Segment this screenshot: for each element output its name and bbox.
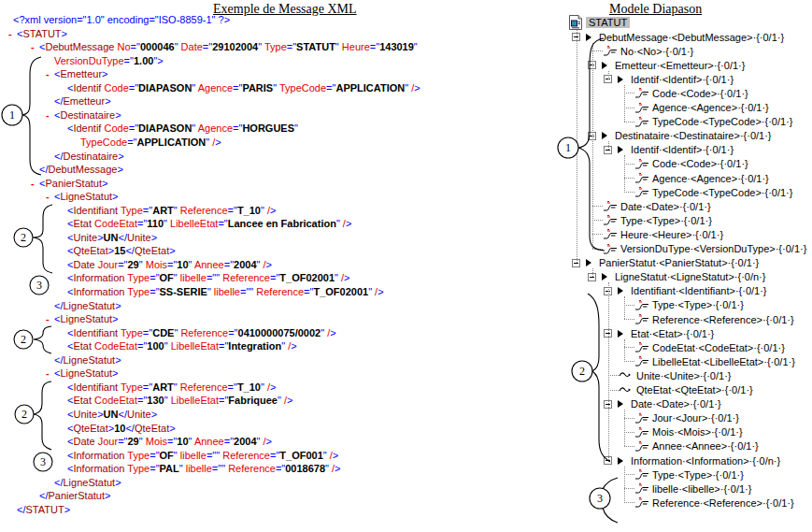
tree-node-Date[interactable]: Date·<Date>·{·0/1·}: [0, 199, 812, 213]
triangle-arrow-icon: [618, 146, 623, 153]
tree-node-label: Jour·<Jour>·{·0/1·}: [652, 412, 739, 424]
tree-node-Type[interactable]: Type·<Type>·{·0/1·}: [0, 213, 812, 227]
attribute-page-icon: [603, 228, 618, 242]
triangle-arrow-icon: [618, 400, 623, 408]
tree-connector-line: [592, 43, 593, 250]
attribute-page-icon: [603, 214, 618, 228]
tree-node-root[interactable]: STATUT: [0, 15, 812, 30]
diapason-model-tree: STATUTDebutMessage·<DebutMessage>·{·0/1·…: [0, 0, 812, 532]
tree-node-Annee[interactable]: Annee·<Annee>·{·0/1·}: [0, 439, 812, 453]
tree-node-QteEtat[interactable]: QteEtat·<QteEtat>·{·0/1·}: [0, 383, 812, 397]
tree-node-Identif[interactable]: Identif·<Identif>·{·0/1·}: [0, 143, 812, 157]
tree-connector-stub: [624, 488, 634, 489]
tree-node-TypeCode[interactable]: TypeCode·<TypeCode>·{·0/1·}: [0, 115, 812, 129]
tree-node-label: PanierStatut·<PanierStatut>·{·0/1·}: [599, 257, 759, 268]
tree-node-TypeCode[interactable]: TypeCode·<TypeCode>·{·0/1·}: [0, 185, 812, 199]
tree-node-Type[interactable]: Type·<Type>·{·0/1·}: [0, 467, 812, 482]
attribute-page-icon: [634, 313, 649, 327]
tree-connector-stub: [624, 446, 634, 447]
tree-node-label: Unite·<Unite>·{·0/1·}: [636, 370, 732, 381]
tree-node-label: QteEtat·<QteEtat>·{·0/1·}: [636, 384, 753, 395]
tree-node-Code[interactable]: Code·<Code>·{·0/1·}: [0, 86, 812, 100]
tree-node-label: Reference·<Reference>·{·0/1·}: [652, 314, 794, 325]
triangle-arrow-icon: [618, 76, 623, 83]
tree-node-No[interactable]: No·<No>·{·0/1·}: [0, 44, 812, 58]
tree-node-Type[interactable]: Type·<Type>·{·0/1·}: [0, 298, 812, 312]
tree-node-label: Identif·<Identif>·{·0/1·}: [631, 144, 734, 155]
tree-connector-stub: [624, 108, 634, 108]
tree-node-Identif[interactable]: Identif·<Identif>·{·0/1·}: [0, 72, 812, 86]
tree-node-Destinataire[interactable]: Destinataire·<Destinataire>·{·0/1·}: [0, 129, 812, 143]
tree-node-LigneStatut[interactable]: LigneStatut·<LigneStatut>·{·0/n·}: [0, 270, 812, 284]
tree-node-label: Type·<Type>·{·0/1·}: [620, 215, 712, 226]
tree-node-label: Date·<Date>·{·0/1·}: [631, 398, 721, 410]
tree-node-Agence[interactable]: Agence·<Agence>·{·0/1·}: [0, 171, 812, 185]
tree-node-Code[interactable]: Code·<Code>·{·0/1·}: [0, 157, 812, 171]
tree-node-label: Date·<Date>·{·0/1·}: [620, 201, 711, 212]
attribute-page-icon: [634, 482, 649, 496]
tree-node-Information[interactable]: Information·<Information>·{·0/n·}: [0, 453, 812, 467]
triangle-arrow-icon: [602, 62, 607, 69]
triangle-arrow-icon: [618, 287, 623, 295]
tree-node-label: DebutMessage·<DebutMessage>·{·0/1·}: [599, 32, 784, 43]
tree-node-label: Mois·<Mois>·{·0/1·}: [652, 426, 743, 438]
tree-connector-line: [624, 467, 625, 503]
tree-node-LibelleEtat[interactable]: LibelleEtat·<LibelleEtat>·{·0/1·}: [0, 354, 812, 368]
tree-node-Heure[interactable]: Heure·<Heure>·{·0/1·}: [0, 227, 812, 241]
tree-node-libelle[interactable]: libelle·<libelle>·{·0/1·}: [0, 482, 812, 496]
tree-node-Jour[interactable]: Jour·<Jour>·{·0/1·}: [0, 411, 812, 425]
tree-node-Emetteur[interactable]: Emetteur·<Emetteur>·{·0/1·}: [0, 58, 812, 72]
tree-node-label: TypeCode·<TypeCode>·{·0/1·}: [652, 116, 792, 127]
tree-node-Mois[interactable]: Mois·<Mois>·{·0/1·}: [0, 425, 812, 439]
tree-node-label: Destinataire·<Destinataire>·{·0/1·}: [615, 130, 772, 141]
triangle-arrow-icon: [602, 132, 607, 139]
attribute-page-icon: [634, 355, 649, 369]
tree-node-DebutMessage[interactable]: DebutMessage·<DebutMessage>·{·0/1·}: [0, 30, 812, 44]
tree-connector-line: [624, 339, 625, 362]
tree-node-label: CodeEtat·<CodeEtat>·{·0/1·}: [652, 342, 785, 353]
triangle-arrow-icon: [618, 457, 623, 465]
triangle-arrow-icon: [602, 273, 607, 280]
tree-connector-stub: [624, 192, 634, 193]
tree-connector-stub: [624, 122, 634, 122]
attribute-page-icon: [603, 200, 618, 214]
tree-node-VersionDuType[interactable]: VersionDuType·<VersionDuType>·{·0/1·}: [0, 242, 812, 256]
tree-connector-stub: [624, 347, 634, 348]
tree-connector-stub: [624, 432, 634, 433]
tree-node-label: Information·<Information>·{·0/n·}: [631, 455, 780, 467]
tree-connector-stub: [592, 249, 603, 250]
tree-node-Date[interactable]: Date·<Date>·{·0/1·}: [0, 397, 812, 411]
tree-connector-stub: [624, 164, 634, 165]
tree-node-label: Etat·<Etat>·{·0/1·}: [631, 328, 714, 339]
tree-node-Etat[interactable]: Etat·<Etat>·{·0/1·}: [0, 326, 812, 340]
tree-node-label: VersionDuType·<VersionDuType>·{·0/1·}: [620, 243, 806, 254]
tree-connector-line: [624, 296, 625, 319]
tree-node-label: libelle·<libelle>·{·0/1·}: [652, 483, 751, 495]
tree-node-label: Reference·<Reference>·{·0/1·}: [652, 497, 794, 509]
tree-node-label: Annee·<Annee>·{·0/1·}: [652, 440, 759, 452]
tree-connector-stub: [624, 418, 634, 419]
tree-connector-stub: [592, 234, 603, 235]
tree-root-label[interactable]: STATUT: [586, 17, 630, 28]
tree-connector-stub: [624, 361, 634, 362]
tree-connector-line: [608, 282, 609, 460]
tree-node-label: Agence·<Agence>·{·0/1·}: [652, 173, 769, 184]
tree-node-Identifiant[interactable]: Identifiant·<Identifiant>·{·0/1·}: [0, 284, 812, 298]
attribute-page-icon: [603, 45, 618, 59]
tree-node-label: Type·<Type>·{·0/1·}: [652, 299, 744, 310]
tree-node-Unite[interactable]: Unite·<Unite>·{·0/1·}: [0, 368, 812, 382]
tree-node-label: Type·<Type>·{·0/1·}: [652, 469, 744, 481]
tree-connector-stub: [624, 305, 634, 306]
tree-node-label: LibelleEtat·<LibelleEtat>·{·0/1·}: [652, 356, 795, 367]
tree-node-Reference[interactable]: Reference·<Reference>·{·0/1·}: [0, 312, 812, 326]
tree-node-Agence[interactable]: Agence·<Agence>·{·0/1·}: [0, 101, 812, 115]
tree-node-PanierStatut[interactable]: PanierStatut·<PanierStatut>·{·0/1·}: [0, 256, 812, 270]
triangle-arrow-icon: [586, 34, 591, 41]
tree-node-label: Identif·<Identif>·{·0/1·}: [631, 74, 734, 85]
tree-node-Reference[interactable]: Reference·<Reference>·{·0/1·}: [0, 496, 812, 510]
tree-node-label: Agence·<Agence>·{·0/1·}: [652, 102, 769, 113]
page: { "colors":{"punct":"#0000ff","elem":"#9…: [0, 0, 812, 532]
tree-connector-stub: [624, 93, 634, 93]
tree-connector-stub: [592, 50, 603, 51]
tree-node-CodeEtat[interactable]: CodeEtat·<CodeEtat>·{·0/1·}: [0, 340, 812, 354]
